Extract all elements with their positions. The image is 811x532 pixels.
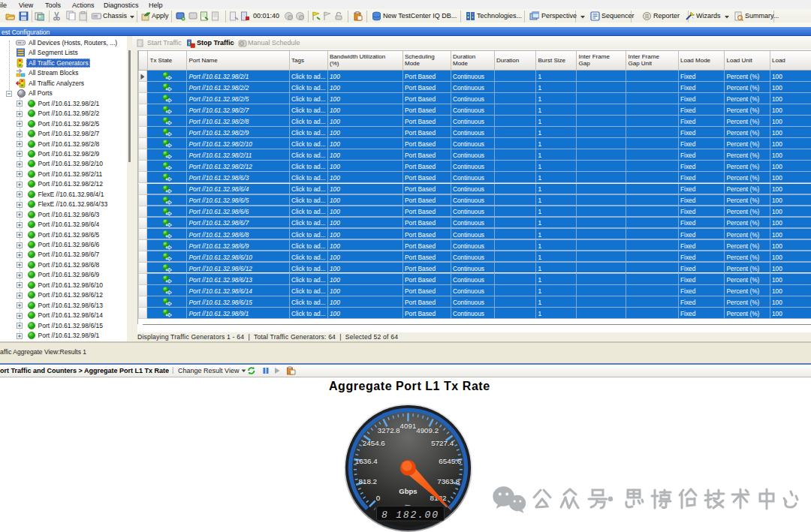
svg-text:Gbps: Gbps — [399, 487, 417, 495]
svg-text:0: 0 — [376, 494, 381, 502]
svg-text:7363.8: 7363.8 — [437, 477, 460, 485]
svg-text:818.2: 818.2 — [359, 477, 378, 485]
svg-text:4909.2: 4909.2 — [416, 426, 439, 434]
svg-text:6545.6: 6545.6 — [439, 457, 462, 465]
svg-text:2454.6: 2454.6 — [363, 439, 386, 447]
svg-text:8 182.00: 8 182.00 — [381, 509, 439, 521]
svg-text:5727.4: 5727.4 — [431, 439, 454, 447]
svg-text:1636.4: 1636.4 — [355, 457, 378, 465]
svg-text:3272.8: 3272.8 — [378, 426, 401, 434]
svg-text:4091: 4091 — [400, 422, 417, 430]
